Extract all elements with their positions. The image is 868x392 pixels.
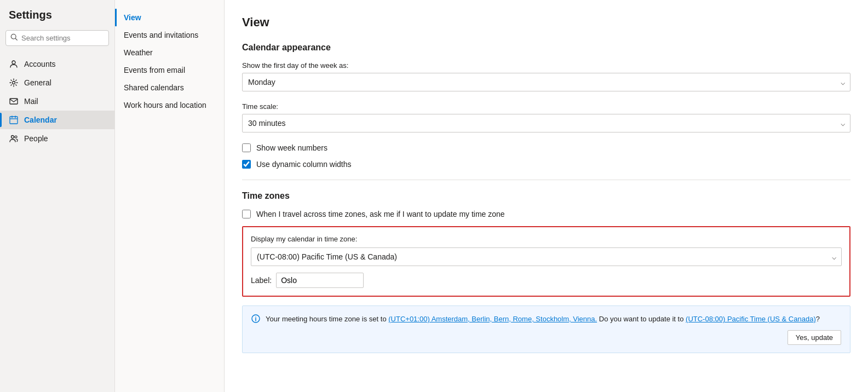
- notice-content: Your meeting hours time zone is set to (…: [266, 314, 841, 345]
- search-input[interactable]: [21, 34, 104, 42]
- travel-tz-row: When I travel across time zones, ask me …: [242, 210, 850, 218]
- app-title: Settings: [0, 9, 114, 30]
- dynamic-column-widths-row: Use dynamic column widths: [242, 160, 850, 169]
- notice-new-tz[interactable]: (UTC-08:00) Pacific Time (US & Canada): [686, 315, 816, 323]
- show-week-numbers-label[interactable]: Show week numbers: [256, 143, 327, 152]
- person-icon: [9, 59, 19, 69]
- sidebar-item-calendar[interactable]: Calendar: [0, 111, 114, 129]
- display-tz-label: Display my calendar in time zone:: [251, 235, 842, 243]
- dynamic-column-widths-label[interactable]: Use dynamic column widths: [256, 160, 352, 169]
- subnav-item-view[interactable]: View: [115, 9, 224, 26]
- notice-footer: Yes, update: [266, 330, 841, 345]
- subnav-item-weather[interactable]: Weather: [115, 44, 224, 61]
- calendar-icon: [9, 115, 19, 125]
- subnav-item-work-hours[interactable]: Work hours and location: [115, 96, 224, 114]
- page-title: View: [242, 15, 850, 30]
- svg-rect-4: [10, 99, 18, 104]
- label-text: Label:: [251, 276, 272, 285]
- section-divider: [242, 180, 850, 180]
- time-scale-select[interactable]: 5 minutes 6 minutes 10 minutes 15 minute…: [242, 114, 850, 132]
- info-notice: Your meeting hours time zone is set to (…: [242, 305, 850, 353]
- svg-point-2: [12, 61, 15, 64]
- sidebar-item-general[interactable]: General: [0, 73, 114, 92]
- info-icon: [251, 314, 260, 326]
- time-zones-section: Time zones When I travel across time zon…: [242, 191, 850, 353]
- notice-text-before: Your meeting hours time zone is set to: [266, 315, 388, 323]
- main-content: View Calendar appearance Show the first …: [225, 0, 868, 392]
- calendar-appearance-title: Calendar appearance: [242, 43, 850, 53]
- display-tz-select-wrapper: (UTC-12:00) International Date Line West…: [251, 247, 842, 266]
- sidebar-item-mail[interactable]: Mail: [0, 92, 114, 111]
- notice-text-middle: Do you want to update it to: [597, 315, 686, 323]
- first-day-select[interactable]: Sunday Monday Tuesday Wednesday Thursday…: [242, 73, 850, 91]
- sidebar-item-accounts-label: Accounts: [24, 60, 56, 68]
- label-input[interactable]: [276, 273, 364, 288]
- settings-icon: [9, 78, 19, 88]
- time-zones-title: Time zones: [242, 191, 850, 201]
- sidebar: Settings Accounts General: [0, 0, 115, 392]
- sidebar-item-accounts[interactable]: Accounts: [0, 55, 114, 73]
- svg-point-9: [255, 316, 256, 318]
- subnav: View Events and invitations Weather Even…: [115, 0, 225, 392]
- time-scale-label: Time scale:: [242, 102, 850, 111]
- subnav-item-shared-calendars[interactable]: Shared calendars: [115, 79, 224, 96]
- sidebar-item-mail-label: Mail: [24, 97, 38, 106]
- travel-tz-checkbox[interactable]: [242, 210, 251, 218]
- sidebar-item-people-label: People: [24, 134, 48, 143]
- time-scale-select-wrapper: 5 minutes 6 minutes 10 minutes 15 minute…: [242, 114, 850, 132]
- display-tz-highlight-box: Display my calendar in time zone: (UTC-1…: [242, 226, 850, 297]
- label-row: Label:: [251, 273, 842, 288]
- mail-icon: [9, 96, 19, 106]
- first-day-label: Show the first day of the week as:: [242, 61, 850, 70]
- travel-tz-label[interactable]: When I travel across time zones, ask me …: [256, 210, 505, 218]
- notice-current-tz[interactable]: (UTC+01:00) Amsterdam, Berlin, Bern, Rom…: [388, 315, 597, 323]
- people-icon: [9, 134, 19, 143]
- svg-line-1: [15, 38, 17, 40]
- subnav-item-events-invitations[interactable]: Events and invitations: [115, 26, 224, 44]
- dynamic-column-widths-checkbox[interactable]: [242, 160, 251, 169]
- sidebar-item-people[interactable]: People: [0, 129, 114, 148]
- subnav-item-events-from-email[interactable]: Events from email: [115, 61, 224, 79]
- svg-point-6: [12, 136, 14, 139]
- first-day-select-wrapper: Sunday Monday Tuesday Wednesday Thursday…: [242, 73, 850, 91]
- svg-point-7: [15, 136, 17, 138]
- show-week-numbers-checkbox[interactable]: [242, 143, 251, 152]
- search-box[interactable]: [5, 30, 109, 46]
- svg-rect-5: [10, 117, 18, 124]
- search-icon: [10, 33, 18, 43]
- notice-text-end: ?: [816, 315, 820, 323]
- sidebar-item-general-label: General: [24, 78, 51, 87]
- display-tz-select[interactable]: (UTC-12:00) International Date Line West…: [251, 247, 842, 266]
- sidebar-item-calendar-label: Calendar: [24, 116, 57, 124]
- show-week-numbers-row: Show week numbers: [242, 143, 850, 152]
- svg-point-3: [13, 82, 15, 84]
- yes-update-button[interactable]: Yes, update: [787, 330, 841, 345]
